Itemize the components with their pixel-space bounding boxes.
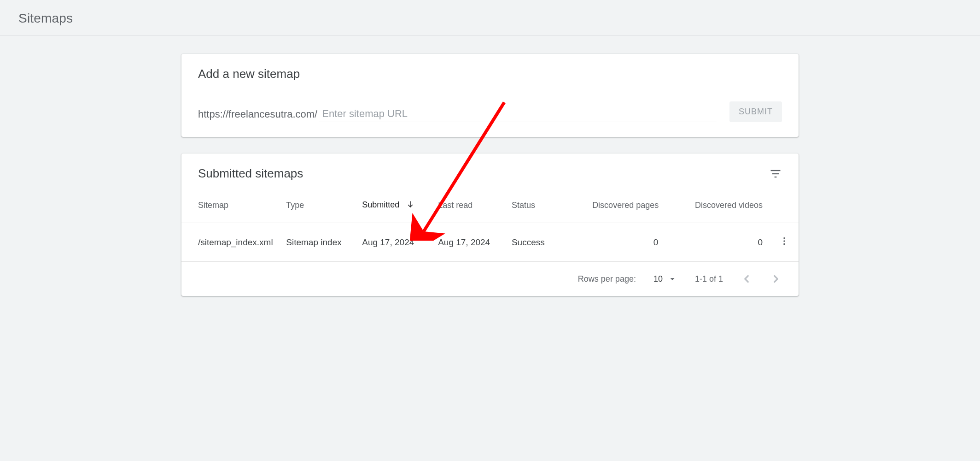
add-sitemap-title: Add a new sitemap — [198, 67, 782, 81]
cell-sitemap: /sitemap_index.xml — [181, 223, 279, 262]
submitted-sitemaps-card: Submitted sitemaps — [181, 154, 799, 296]
svg-point-4 — [783, 237, 785, 239]
page-title: Sitemaps — [18, 11, 962, 26]
row-menu-button[interactable] — [770, 223, 799, 262]
prev-page-button[interactable] — [741, 273, 752, 285]
col-discovered-pages[interactable]: Discovered pages — [585, 200, 665, 223]
col-sitemap[interactable]: Sitemap — [181, 200, 279, 223]
submit-button[interactable]: SUBMIT — [729, 101, 782, 122]
dropdown-arrow-icon — [667, 274, 677, 284]
filter-icon[interactable] — [769, 167, 782, 180]
cell-discovered-videos: 0 — [665, 223, 770, 262]
cell-discovered-pages: 0 — [585, 223, 665, 262]
cell-last-read: Aug 17, 2024 — [431, 223, 504, 262]
add-sitemap-card: Add a new sitemap https://freelancesutra… — [181, 54, 799, 137]
content: Add a new sitemap https://freelancesutra… — [0, 35, 980, 314]
col-status[interactable]: Status — [504, 200, 585, 223]
submitted-sitemaps-title: Submitted sitemaps — [198, 166, 303, 181]
rows-per-page-value: 10 — [653, 274, 663, 284]
table-row[interactable]: /sitemap_index.xml Sitemap index Aug 17,… — [181, 223, 799, 262]
sort-arrow-down-icon — [406, 200, 414, 211]
col-last-read[interactable]: Last read — [431, 200, 504, 223]
pagination-range: 1-1 of 1 — [695, 274, 723, 284]
col-discovered-videos[interactable]: Discovered videos — [665, 200, 770, 223]
rows-per-page-label: Rows per page: — [578, 274, 636, 284]
col-submitted-label: Submitted — [362, 200, 399, 209]
sitemaps-table: Sitemap Type Submitted Last read Status — [181, 200, 799, 262]
next-page-button[interactable] — [770, 273, 782, 285]
table-footer: Rows per page: 10 1-1 of 1 — [181, 262, 799, 296]
cell-status: Success — [504, 223, 585, 262]
rows-per-page-select[interactable]: 10 — [653, 274, 677, 284]
cell-submitted: Aug 17, 2024 — [355, 223, 431, 262]
col-type[interactable]: Type — [279, 200, 355, 223]
sitemap-url-input[interactable] — [319, 108, 717, 122]
svg-point-5 — [783, 240, 785, 242]
page-header: Sitemaps — [0, 0, 980, 35]
cell-type: Sitemap index — [279, 223, 355, 262]
sitemap-url-prefix: https://freelancesutra.com/ — [198, 108, 317, 122]
svg-point-6 — [783, 243, 785, 245]
table-header-row: Sitemap Type Submitted Last read Status — [181, 200, 799, 223]
col-submitted[interactable]: Submitted — [355, 200, 431, 223]
